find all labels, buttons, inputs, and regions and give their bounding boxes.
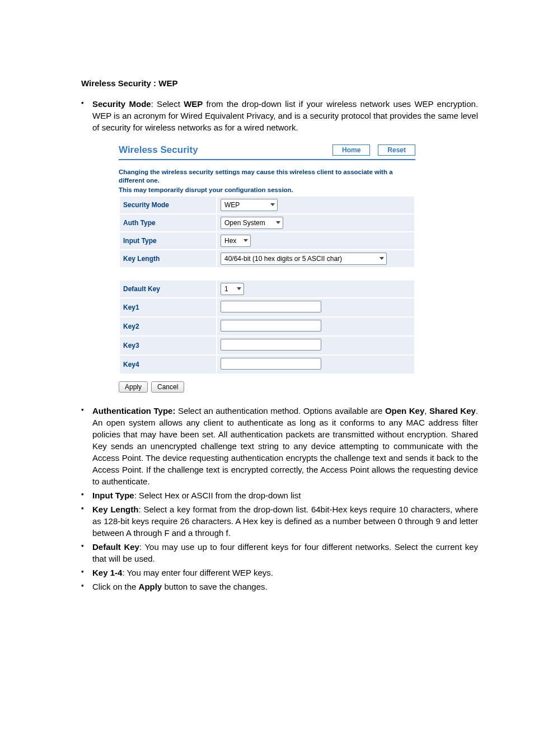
bullet-auth-type: Authentication Type: Select an authentic… <box>56 405 478 487</box>
label-auth-type: Auth Type <box>119 214 217 232</box>
intro-label: Security Mode <box>92 99 151 109</box>
bullet-key14: Key 1-4: You may enter four different WE… <box>56 567 478 578</box>
intro-bullet: Security Mode: Select WEP from the drop-… <box>56 98 478 133</box>
label-input-type: Input Type <box>119 232 217 250</box>
row-key2: Key2 <box>119 317 415 336</box>
label-key2: Key2 <box>119 317 217 336</box>
section-title: Wireless Security : WEP <box>81 78 478 88</box>
bullet-apply: Click on the Apply button to save the ch… <box>56 581 478 592</box>
key2-input[interactable] <box>221 320 321 332</box>
row-key1: Key1 <box>119 298 415 317</box>
warning-text-l2: This may temporarily disrupt your config… <box>119 186 415 194</box>
chevron-down-icon <box>243 239 248 242</box>
default-key-select[interactable]: 1 <box>221 283 244 295</box>
row-key3: Key3 <box>119 336 415 355</box>
home-button[interactable]: Home <box>332 144 370 156</box>
row-default-key: Default Key 1 <box>119 280 415 298</box>
key4-input[interactable] <box>221 358 321 370</box>
auth-type-select[interactable]: Open System <box>221 217 283 229</box>
label-key4: Key4 <box>119 355 217 374</box>
row-auth-type: Auth Type Open System <box>119 214 415 232</box>
key-length-select[interactable]: 40/64-bit (10 hex digits or 5 ASCII char… <box>221 253 387 265</box>
chevron-down-icon <box>276 221 280 224</box>
label-security-mode: Security Mode <box>119 196 217 214</box>
wireless-security-panel: Wireless Security Home Reset Changing th… <box>119 144 415 393</box>
cancel-button[interactable]: Cancel <box>151 381 184 393</box>
label-default-key: Default Key <box>119 280 217 298</box>
security-mode-select[interactable]: WEP <box>221 199 278 211</box>
row-key-length: Key Length 40/64-bit (10 hex digits or 5… <box>119 250 415 268</box>
chevron-down-icon <box>270 203 275 206</box>
apply-button[interactable]: Apply <box>119 381 148 393</box>
chevron-down-icon <box>237 287 241 290</box>
chevron-down-icon <box>380 257 384 260</box>
feature-list: Authentication Type: Select an authentic… <box>56 405 478 592</box>
warning-text-l1: Changing the wireless security settings … <box>119 168 415 185</box>
label-key-length: Key Length <box>119 250 217 268</box>
bullet-default-key: Default Key: You may use up to four diff… <box>56 541 478 564</box>
row-key4: Key4 <box>119 355 415 374</box>
bullet-key-length: Key Length: Select a key format from the… <box>56 503 478 539</box>
row-security-mode: Security Mode WEP <box>119 196 415 214</box>
settings-table: Security Mode WEP Auth Type Open System <box>119 195 415 375</box>
row-input-type: Input Type Hex <box>119 232 415 250</box>
label-key3: Key3 <box>119 336 217 355</box>
panel-title: Wireless Security <box>119 144 198 156</box>
reset-button[interactable]: Reset <box>378 144 415 156</box>
input-type-select[interactable]: Hex <box>221 235 251 247</box>
panel-header: Wireless Security Home Reset <box>119 144 415 160</box>
key1-input[interactable] <box>221 301 321 312</box>
key3-input[interactable] <box>221 339 321 351</box>
label-key1: Key1 <box>119 298 217 317</box>
bullet-input-type: Input Type: Select Hex or ASCII from the… <box>56 489 478 501</box>
